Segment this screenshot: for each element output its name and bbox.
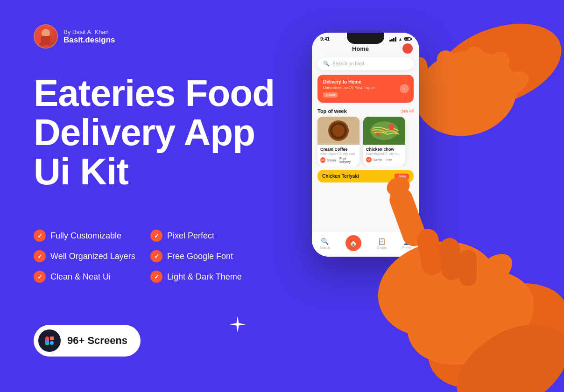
author-avatar [34, 24, 58, 49]
feature-item-3: ✓ Well Organized Layers [34, 250, 150, 262]
feature-item-2: ✓ Pixel Perfect [150, 230, 267, 242]
feature-label-5: Clean & Neat Ui [50, 272, 111, 282]
svg-rect-3 [50, 336, 54, 340]
svg-rect-1 [41, 36, 50, 43]
feature-label-3: Well Organized Layers [50, 252, 135, 261]
svg-rect-30 [459, 250, 477, 286]
check-icon-2: ✓ [150, 230, 162, 242]
screens-badge[interactable]: 96+ Screens [34, 325, 141, 357]
check-icon-4: ✓ [150, 250, 162, 262]
author-name: Basit.designs [63, 35, 115, 45]
figma-icon [38, 329, 61, 352]
feature-item-4: ✓ Free Google Font [150, 250, 267, 262]
feature-item-6: ✓ Light & Dark Theme [150, 271, 267, 283]
phone-section: 9:41 ▲ Home [265, 0, 564, 392]
svg-rect-6 [45, 339, 49, 343]
screens-label: 96+ Screens [67, 335, 127, 347]
check-icon-3: ✓ [34, 250, 46, 262]
feature-label-2: Pixel Perfect [167, 231, 214, 241]
hand-front-svg [265, 0, 564, 392]
main-title-block: Eateries Food Delivery App Ui Kit [34, 74, 276, 191]
feature-label-6: Light & Dark Theme [167, 272, 242, 282]
feature-item-1: ✓ Fully Customizable [34, 230, 150, 242]
star-decoration-bottom [229, 315, 247, 335]
feature-label-1: Fully Customizable [50, 231, 121, 241]
author-section: By Basit A. Khan Basit.designs [34, 24, 115, 49]
check-icon-1: ✓ [34, 230, 46, 242]
feature-label-4: Free Google Font [167, 252, 233, 261]
title-text: Eateries Food Delivery App Ui Kit [34, 74, 276, 191]
author-by-label: By Basit A. Khan [63, 28, 115, 35]
check-icon-6: ✓ [150, 271, 162, 283]
svg-point-5 [50, 341, 54, 345]
check-icon-5: ✓ [34, 271, 46, 283]
author-info: By Basit A. Khan Basit.designs [63, 28, 115, 45]
features-list: ✓ Fully Customizable ✓ Pixel Perfect ✓ W… [34, 230, 267, 283]
feature-item-5: ✓ Clean & Neat Ui [34, 271, 150, 283]
